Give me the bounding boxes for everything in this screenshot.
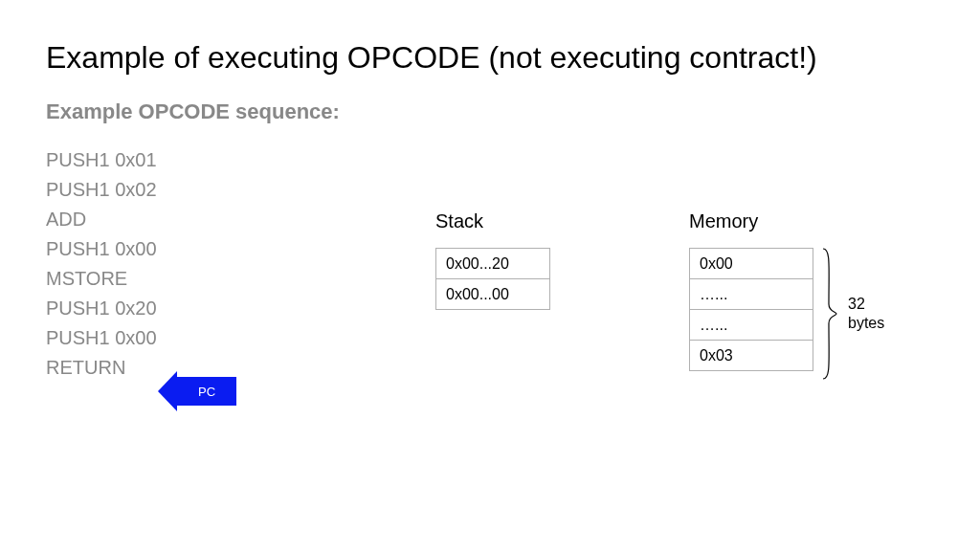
stack-title: Stack (435, 210, 579, 232)
pc-label: PC (198, 385, 215, 399)
stack-cell: 0x00...20 (436, 249, 550, 279)
stack-table: 0x00...20 0x00...00 (435, 248, 550, 310)
brace-label: 32 bytes (848, 295, 896, 333)
pc-arrow: PC (177, 377, 236, 406)
opcode-line: PUSH1 0x02 (46, 175, 934, 205)
stack-block: Stack 0x00...20 0x00...00 (435, 210, 579, 310)
slide-subtitle: Example OPCODE sequence: (46, 99, 934, 124)
arrow-left-icon: PC (177, 377, 236, 406)
opcode-line: PUSH1 0x01 (46, 145, 934, 175)
memory-table: 0x00 …... …... 0x03 (689, 248, 813, 371)
memory-block: Memory 0x00 …... …... 0x03 (689, 210, 813, 371)
memory-title: Memory (689, 210, 813, 232)
stack-cell: 0x00...00 (436, 279, 550, 310)
memory-cell: …... (690, 310, 813, 341)
memory-cell: 0x00 (690, 249, 813, 279)
memory-cell: 0x03 (690, 341, 813, 371)
slide-title: Example of executing OPCODE (not executi… (46, 38, 934, 77)
brace-icon (821, 247, 838, 381)
memory-cell: …... (690, 279, 813, 310)
